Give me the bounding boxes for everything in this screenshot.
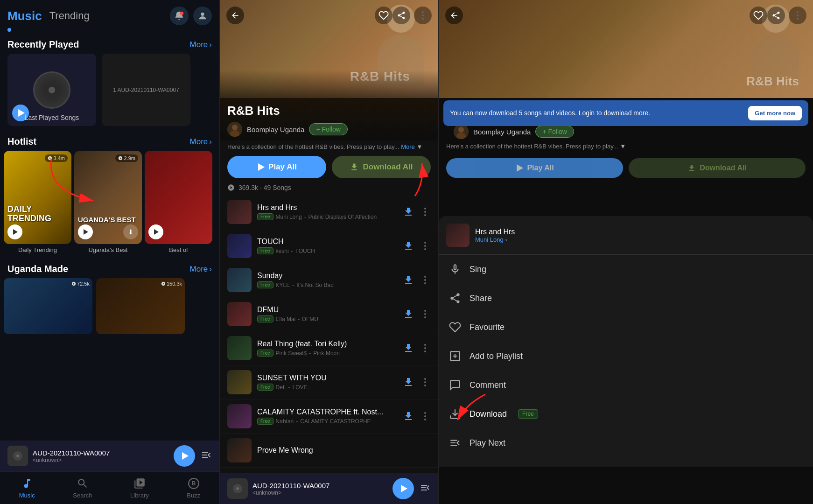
song-actions-2 (401, 238, 431, 253)
song-item-2[interactable]: TOUCH Free keshi - TOUCH (220, 229, 438, 263)
right-play-all-button[interactable]: Play All (446, 158, 623, 178)
song-download-btn-4[interactable] (401, 307, 416, 322)
song-item-6[interactable]: SUNSET WITH YOU Free Def. - LOVE. (220, 365, 438, 399)
rp-item-1[interactable]: Last Played Songs (7, 54, 96, 126)
nav-buzz[interactable]: B Buzz (187, 477, 200, 499)
uganda-made-more[interactable]: More › (190, 265, 212, 274)
context-menu-sing[interactable]: Sing (439, 255, 813, 284)
song-download-btn-2[interactable] (401, 238, 416, 253)
right-download-all-button[interactable]: Download All (629, 158, 806, 178)
right-more-button[interactable] (789, 7, 806, 24)
song-download-btn-5[interactable] (401, 341, 416, 356)
notification-button[interactable] (170, 7, 189, 25)
middle-player-text: AUD-20210110-WA0007 <unknown> (252, 482, 329, 496)
back-button[interactable] (226, 7, 244, 24)
context-menu-share[interactable]: Share (439, 284, 813, 313)
context-comment-label: Comment (470, 380, 506, 390)
stats-row: 369.3k · 49 Songs (220, 184, 438, 195)
more-button[interactable] (414, 7, 432, 24)
song-item-5[interactable]: Real Thing (feat. Tori Kelly) Free Pink … (220, 331, 438, 365)
description-expand-icon[interactable]: ▼ (416, 143, 422, 150)
download-all-button[interactable]: Download All (332, 156, 431, 178)
song-more-btn-7[interactable] (420, 409, 431, 424)
song-meta-7: Free Nahtan - CALAMITY CATASTROPHE (257, 418, 395, 425)
middle-queue-button[interactable] (420, 482, 431, 495)
song-item-8[interactable]: Prove Me Wrong (220, 434, 438, 468)
player-text: AUD-20210110-WA0007 <unknown> (33, 449, 110, 463)
heart-icon (448, 320, 462, 334)
player-play-button[interactable] (174, 445, 195, 467)
uganda-item-2[interactable]: 150.3k (96, 278, 185, 334)
song-download-btn-3[interactable] (401, 273, 416, 287)
song-item-3[interactable]: Sunday Free KYLE - It's Not So Bad (220, 263, 438, 297)
hotlist-item-1[interactable]: 3.4m DAILY TRENDING (4, 151, 71, 244)
mic-icon (448, 262, 462, 276)
song-more-btn-1[interactable] (420, 204, 431, 219)
right-expand-icon[interactable]: ▼ (620, 143, 626, 150)
nav-music[interactable]: Music (19, 477, 35, 499)
context-menu-download[interactable]: Download Free (439, 399, 813, 428)
song-download-btn-7[interactable] (401, 409, 416, 424)
song-actions-3 (401, 273, 431, 287)
song-actions-4 (401, 307, 431, 322)
bottom-nav: Music Search Library B (0, 471, 219, 504)
hotlist-play-btn-1[interactable] (7, 224, 22, 239)
song-item-4[interactable]: DFMU Free Ella Mai - DFMU (220, 297, 438, 331)
song-download-btn-1[interactable] (401, 204, 416, 219)
rb-text-overlay: R&B Hits (350, 69, 410, 84)
get-more-button[interactable]: Get more now (748, 106, 802, 120)
context-menu-play-next[interactable]: Play Next (439, 428, 813, 457)
queue-button[interactable] (201, 449, 212, 462)
hotlist-play-btn-2[interactable] (78, 224, 93, 239)
favourite-button[interactable] (375, 7, 392, 24)
right-follow-button[interactable]: + Follow (535, 126, 574, 138)
hotlist-play-btn-3[interactable] (148, 224, 163, 239)
play-all-button[interactable]: Play All (227, 156, 326, 178)
right-header-right-buttons (767, 7, 806, 24)
more-dots-icon (424, 310, 426, 318)
right-share-button[interactable] (767, 7, 785, 24)
hotlist-item-3[interactable] (145, 151, 212, 244)
uganda-item-1[interactable]: 72.5k (4, 278, 92, 334)
follow-button[interactable]: + Follow (309, 123, 348, 135)
playlist-title: R&B Hits (227, 104, 431, 118)
song-meta-3: Free KYLE - It's Not So Bad (257, 281, 395, 288)
blue-indicator (7, 28, 11, 32)
song-more-btn-5[interactable] (420, 341, 431, 356)
description-more-link[interactable]: More (401, 143, 415, 150)
right-back-button[interactable] (445, 7, 463, 24)
hotlist-download-btn-2[interactable]: ⬇ (123, 224, 138, 239)
song-more-btn-6[interactable] (420, 375, 431, 390)
header-icons (170, 7, 212, 25)
tooltip-banner: You can now download 5 songs and videos.… (443, 100, 808, 126)
context-menu-favourite[interactable]: Favourite (439, 313, 813, 342)
recently-played-more[interactable]: More › (190, 40, 212, 49)
song-item-7[interactable]: CALAMITY CATASTROPHE ft. Nost... Free Na… (220, 399, 438, 434)
song-more-btn-2[interactable] (420, 238, 431, 253)
song-more-btn-3[interactable] (420, 273, 431, 287)
middle-player-play-button[interactable] (392, 478, 414, 499)
player-info: AUD-20210110-WA0007 <unknown> (7, 446, 110, 466)
nav-library[interactable]: Library (130, 477, 149, 499)
context-menu-comment[interactable]: Comment (439, 371, 813, 399)
song-actions-7 (401, 409, 431, 424)
context-song-thumb (446, 224, 470, 247)
share-button[interactable] (392, 7, 410, 24)
free-badge-5: Free (257, 350, 273, 357)
context-song-artist: Muni Long › (475, 236, 515, 243)
playlist-description: Here's a collection of the hottest R&B v… (220, 143, 438, 150)
song-more-btn-4[interactable] (420, 307, 431, 322)
context-menu-header: Hrs and Hrs Muni Long › (439, 216, 813, 255)
hotlist-item-2[interactable]: 2.9m UGANDA'S BEST ⬇ (74, 151, 142, 244)
right-favourite-button[interactable] (750, 7, 767, 24)
hotlist-more[interactable]: More › (190, 137, 212, 147)
hotlist-count-2: 2.9m (115, 154, 138, 162)
context-menu-add-playlist[interactable]: Add to Playlist (439, 342, 813, 371)
rp-item-2[interactable]: 1 AUD-20210110-WA0007 (102, 54, 190, 126)
profile-button[interactable] (193, 7, 212, 25)
nav-search[interactable]: Search (73, 477, 92, 499)
song-item-1[interactable]: Hrs and Hrs Free Muni Long - Public Disp… (220, 195, 438, 229)
middle-player-thumb (227, 478, 248, 499)
song-download-btn-6[interactable] (401, 375, 416, 390)
song-info-2: TOUCH Free keshi - TOUCH (257, 238, 395, 254)
